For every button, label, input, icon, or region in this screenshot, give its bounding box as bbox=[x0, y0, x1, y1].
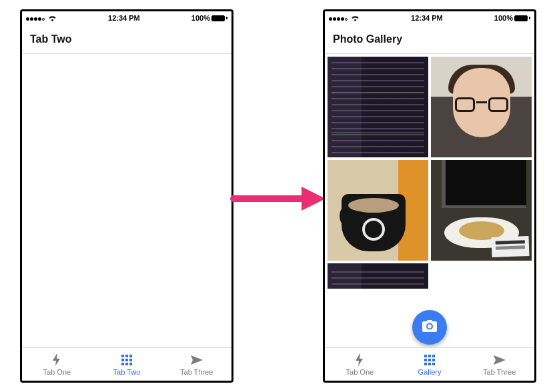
grid-icon bbox=[424, 353, 435, 367]
battery-percent: 100% bbox=[191, 14, 210, 22]
tab-label: Tab One bbox=[43, 368, 71, 376]
wifi-icon bbox=[351, 15, 360, 21]
status-bar: 12:34 PM 100% bbox=[22, 11, 231, 25]
send-icon bbox=[191, 353, 203, 367]
tab-label: Gallery bbox=[418, 368, 442, 376]
page-header: Photo Gallery bbox=[325, 25, 534, 54]
tab-label: Tab Three bbox=[180, 368, 213, 376]
svg-rect-5 bbox=[129, 359, 132, 361]
content-area-empty bbox=[22, 54, 231, 347]
tab-bar: Tab One Gallery Tab Three bbox=[325, 347, 534, 381]
photo-thumbnail[interactable] bbox=[328, 57, 428, 157]
send-icon bbox=[494, 353, 506, 367]
tab-label: Tab Three bbox=[483, 368, 516, 376]
photo-thumbnail[interactable] bbox=[328, 263, 428, 289]
svg-rect-19 bbox=[432, 363, 435, 365]
photo-thumbnail[interactable] bbox=[431, 160, 532, 261]
svg-rect-14 bbox=[424, 359, 427, 361]
grid-icon bbox=[121, 353, 132, 367]
photo-thumbnail[interactable] bbox=[431, 57, 532, 157]
page-title: Tab Two bbox=[30, 33, 72, 45]
tab-two[interactable]: Tab Two bbox=[92, 348, 162, 381]
svg-rect-16 bbox=[432, 359, 435, 361]
svg-rect-7 bbox=[125, 363, 128, 365]
tab-label: Tab One bbox=[346, 368, 374, 376]
status-bar: 12:34 PM 100% bbox=[325, 11, 534, 25]
tab-one[interactable]: Tab One bbox=[325, 348, 395, 381]
phone-before: 12:34 PM 100% Tab Two Tab One T bbox=[20, 9, 233, 383]
battery-icon bbox=[514, 15, 528, 21]
svg-rect-17 bbox=[424, 363, 427, 365]
status-time: 12:34 PM bbox=[108, 14, 140, 22]
tab-three[interactable]: Tab Three bbox=[161, 348, 231, 381]
signal-dots-icon bbox=[329, 14, 348, 22]
tab-gallery[interactable]: Gallery bbox=[395, 348, 465, 381]
bolt-icon bbox=[52, 353, 61, 367]
signal-dots-icon bbox=[26, 14, 45, 22]
svg-rect-0 bbox=[121, 355, 124, 357]
battery-percent: 100% bbox=[494, 14, 513, 22]
battery-icon bbox=[211, 15, 225, 21]
svg-rect-15 bbox=[428, 359, 431, 361]
tab-one[interactable]: Tab One bbox=[22, 348, 92, 381]
svg-rect-6 bbox=[121, 363, 124, 365]
tab-three[interactable]: Tab Three bbox=[464, 348, 534, 381]
svg-marker-10 bbox=[302, 187, 326, 211]
svg-rect-2 bbox=[129, 355, 132, 357]
svg-rect-12 bbox=[428, 355, 431, 357]
camera-icon bbox=[422, 320, 437, 335]
gallery-content[interactable] bbox=[325, 54, 534, 347]
phone-after: 12:34 PM 100% Photo Gallery bbox=[323, 9, 536, 383]
tab-bar: Tab One Tab Two Tab Three bbox=[22, 347, 231, 381]
page-title: Photo Gallery bbox=[333, 33, 402, 45]
svg-rect-1 bbox=[125, 355, 128, 357]
svg-rect-4 bbox=[125, 359, 128, 361]
page-header: Tab Two bbox=[22, 25, 231, 54]
transition-arrow-icon bbox=[232, 185, 326, 212]
svg-rect-3 bbox=[121, 359, 124, 361]
svg-rect-13 bbox=[432, 355, 435, 357]
bolt-icon bbox=[355, 353, 364, 367]
tab-label: Tab Two bbox=[113, 368, 141, 376]
photo-thumbnail[interactable] bbox=[328, 160, 428, 261]
status-time: 12:34 PM bbox=[411, 14, 443, 22]
wifi-icon bbox=[48, 15, 57, 21]
svg-rect-11 bbox=[424, 355, 427, 357]
camera-fab-button[interactable] bbox=[412, 310, 447, 345]
svg-rect-8 bbox=[129, 363, 132, 365]
svg-rect-18 bbox=[428, 363, 431, 365]
